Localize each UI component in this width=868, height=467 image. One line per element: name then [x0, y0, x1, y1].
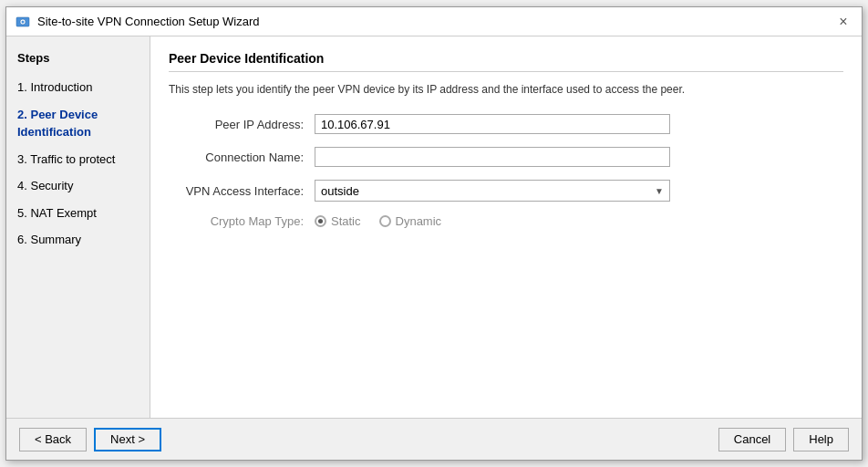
window-title: Site-to-site VPN Connection Setup Wizard: [37, 15, 260, 28]
vpn-access-interface-row: VPN Access Interface: outside ▼: [169, 180, 843, 202]
sidebar-item-traffic-label: Traffic to protect: [30, 152, 115, 166]
radio-static-label: Static: [331, 214, 361, 228]
sidebar-item-peer-device-label: Peer Device Identification: [17, 108, 98, 140]
sidebar-item-summary-number: 6.: [17, 233, 27, 246]
crypto-map-type-label: Crypto Map Type:: [169, 214, 315, 228]
vpn-access-interface-value: outside: [321, 184, 655, 198]
sidebar-item-peer-device[interactable]: 2. Peer Device Identification: [6, 101, 150, 146]
sidebar-item-introduction[interactable]: 1. Introduction: [6, 74, 150, 101]
footer-left: < Back Next >: [19, 428, 161, 451]
sidebar-item-nat-exempt[interactable]: 5. NAT Exempt: [6, 200, 150, 227]
help-button[interactable]: Help: [793, 428, 849, 451]
window-body: Steps 1. Introduction 2. Peer Device Ide…: [6, 36, 862, 418]
radio-dynamic-option[interactable]: Dynamic: [379, 214, 442, 228]
peer-ip-label: Peer IP Address:: [169, 118, 315, 131]
sidebar-item-traffic-number: 3.: [17, 152, 27, 166]
back-button[interactable]: < Back: [19, 428, 87, 451]
sidebar: Steps 1. Introduction 2. Peer Device Ide…: [6, 36, 150, 418]
main-content: Peer Device Identification This step let…: [150, 36, 862, 418]
footer-right: Cancel Help: [718, 428, 849, 451]
sidebar-item-introduction-number: 1.: [17, 80, 27, 94]
close-button[interactable]: ×: [834, 13, 852, 31]
content-area: Peer Device Identification This step let…: [150, 36, 862, 418]
radio-dynamic-circle: [379, 215, 391, 227]
vpn-access-interface-select[interactable]: outside ▼: [315, 180, 670, 202]
cancel-button[interactable]: Cancel: [718, 428, 786, 451]
vpn-access-interface-arrow-icon: ▼: [655, 186, 664, 196]
sidebar-item-security-label: Security: [30, 179, 73, 192]
sidebar-item-nat-exempt-number: 5.: [17, 206, 27, 220]
vpn-access-interface-label: VPN Access Interface:: [169, 184, 315, 198]
section-title: Peer Device Identification: [169, 51, 843, 72]
radio-dynamic-label: Dynamic: [396, 214, 442, 228]
radio-static-circle: [315, 215, 326, 227]
crypto-radio-group: Static Dynamic: [315, 214, 441, 228]
footer: < Back Next > Cancel Help: [6, 418, 862, 460]
connection-name-label: Connection Name:: [169, 150, 315, 164]
sidebar-item-security-number: 4.: [17, 179, 27, 192]
sidebar-item-introduction-label: Introduction: [30, 80, 92, 94]
crypto-map-type-row: Crypto Map Type: Static Dynamic: [169, 214, 843, 228]
sidebar-item-summary[interactable]: 6. Summary: [6, 226, 150, 254]
radio-static-option[interactable]: Static: [315, 214, 361, 228]
description-text: This step lets you identify the peer VPN…: [169, 81, 843, 98]
svg-point-2: [22, 20, 25, 23]
title-bar-left: Site-to-site VPN Connection Setup Wizard: [16, 15, 260, 29]
connection-name-row: Connection Name:: [169, 147, 843, 167]
peer-ip-input[interactable]: [315, 114, 670, 134]
peer-ip-row: Peer IP Address:: [169, 114, 843, 134]
vpn-icon: [16, 15, 30, 29]
sidebar-item-security[interactable]: 4. Security: [6, 172, 150, 200]
main-window: Site-to-site VPN Connection Setup Wizard…: [5, 6, 863, 461]
sidebar-item-peer-device-number: 2.: [17, 108, 27, 121]
sidebar-title: Steps: [6, 51, 150, 74]
title-bar: Site-to-site VPN Connection Setup Wizard…: [6, 7, 862, 36]
connection-name-input[interactable]: [315, 147, 670, 167]
sidebar-item-nat-exempt-label: NAT Exempt: [30, 206, 96, 220]
sidebar-item-summary-label: Summary: [30, 233, 81, 246]
sidebar-item-traffic[interactable]: 3. Traffic to protect: [6, 146, 150, 173]
next-button[interactable]: Next >: [94, 428, 161, 451]
